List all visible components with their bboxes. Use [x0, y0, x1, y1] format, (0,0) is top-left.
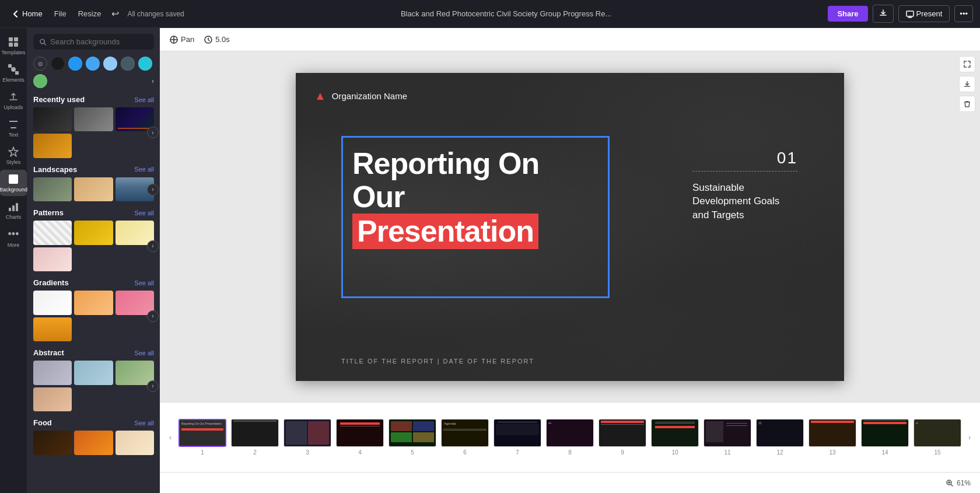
filmstrip-slide-2[interactable]: 2	[231, 419, 279, 456]
food-section: Food See all	[33, 418, 154, 454]
swatch-green[interactable]	[33, 74, 47, 88]
present-icon	[906, 10, 914, 18]
recent-thumb-2[interactable]	[74, 107, 113, 131]
swatch-lightblue[interactable]	[86, 57, 100, 71]
abstract-see-all[interactable]: See all	[134, 349, 154, 356]
color-picker-swatch[interactable]: ⊙	[33, 57, 47, 71]
filmstrip-slide-7[interactable]: 7	[494, 419, 541, 456]
pan-tool[interactable]: Pan	[169, 35, 194, 44]
sidebar-item-text[interactable]: Text	[0, 115, 27, 141]
filmstrip-slide-5[interactable]: 5	[388, 419, 436, 456]
swatch-black[interactable]	[51, 57, 65, 71]
abstract-thumb-4[interactable]	[33, 387, 72, 411]
elements-icon	[8, 64, 19, 75]
delete-button[interactable]	[959, 96, 975, 112]
more-options-button[interactable]: •••	[954, 5, 973, 22]
templates-icon	[8, 36, 19, 48]
recent-thumb-arrow[interactable]: ›	[147, 127, 159, 138]
filmstrip-scroll-right[interactable]: ›	[966, 433, 973, 442]
filmstrip-slide-13[interactable]: 13	[808, 419, 856, 456]
undo-button[interactable]: ↩	[108, 6, 123, 22]
slide-number: 01	[777, 149, 797, 167]
landscapes-see-all[interactable]: See all	[134, 166, 154, 173]
food-thumb-1[interactable]	[33, 431, 72, 454]
pattern-thumb-1[interactable]	[33, 221, 72, 244]
landscape-thumb-2[interactable]	[74, 177, 113, 201]
swatch-darkgray[interactable]	[121, 57, 135, 71]
filmstrip-img-7	[494, 419, 541, 447]
recently-used-see-all[interactable]: See all	[134, 96, 154, 103]
filmstrip-slide-1[interactable]: Reporting On Our Presentation 1	[178, 419, 226, 456]
filmstrip-slide-6[interactable]: Agenda 6	[441, 419, 489, 456]
filmstrip-slide-9[interactable]: 9	[598, 419, 646, 456]
recent-thumb-1[interactable]	[33, 107, 72, 131]
org-name-text: Organization Name	[332, 91, 407, 101]
gradient-thumb-2[interactable]	[74, 291, 113, 314]
patterns-see-all[interactable]: See all	[134, 209, 154, 216]
swatch-paleblue[interactable]	[103, 57, 117, 71]
patterns-arrow[interactable]: ›	[147, 240, 159, 252]
color-swatches-row: ⊙ ›	[33, 57, 154, 88]
expand-button[interactable]	[959, 56, 975, 72]
landscape-thumb-1[interactable]	[33, 177, 72, 201]
filmstrip-slide-15[interactable]: •• 15	[914, 419, 961, 456]
sidebar-item-background[interactable]: Background	[0, 170, 27, 196]
slide-line3: Presentation	[357, 214, 534, 248]
gradient-thumb-1[interactable]	[33, 291, 72, 314]
sidebar-item-templates[interactable]: Templates	[0, 33, 27, 59]
share-button[interactable]: Share	[828, 6, 867, 22]
filmstrip-slide-11[interactable]: 11	[704, 419, 751, 456]
duration-control[interactable]: 5.0s	[204, 35, 230, 44]
gradient-thumb-3[interactable]	[116, 291, 154, 314]
filmstrip-scroll-left[interactable]: ‹	[167, 433, 174, 442]
slide-line1: Reporting On	[352, 147, 598, 180]
recent-thumb-4[interactable]	[33, 134, 72, 158]
food-see-all[interactable]: See all	[134, 419, 154, 426]
filmstrip-img-8: •••	[546, 419, 594, 447]
present-button[interactable]: Present	[898, 5, 950, 22]
sidebar-item-charts[interactable]: Charts	[0, 197, 27, 223]
slide-main-textbox[interactable]: Reporting On Our Presentation	[341, 136, 610, 298]
abstract-arrow[interactable]: ›	[147, 380, 159, 392]
home-button[interactable]: Home	[7, 7, 47, 20]
filmstrip-img-14	[861, 419, 909, 447]
swatch-cyan[interactable]	[138, 57, 152, 71]
sidebar-item-elements[interactable]: Elements	[0, 60, 27, 86]
swatch-blue[interactable]	[68, 57, 82, 71]
swatches-arrow[interactable]: ›	[152, 77, 154, 85]
recent-thumb-3[interactable]	[116, 107, 154, 131]
gradient-thumb-4[interactable]	[33, 317, 72, 341]
filmstrip-slide-14[interactable]: 14	[861, 419, 909, 456]
download-icon	[879, 9, 887, 17]
resize-button[interactable]: Resize	[74, 7, 106, 20]
recently-used-section: Recently used See all ›	[33, 95, 154, 158]
abstract-thumb-1[interactable]	[33, 361, 72, 384]
abstract-thumb-3[interactable]	[116, 361, 154, 384]
landscapes-arrow[interactable]: ›	[147, 184, 159, 195]
download-button[interactable]	[873, 5, 894, 23]
filmstrip-slide-4[interactable]: 4	[336, 419, 384, 456]
download-canvas-button[interactable]	[959, 76, 975, 92]
gradients-arrow[interactable]: ›	[147, 310, 159, 322]
filmstrip-slide-12[interactable]: 12 12	[756, 419, 804, 456]
slide-canvas[interactable]: ▲ Organization Name Reporting On Our Pre…	[296, 73, 844, 381]
sidebar-item-uploads[interactable]: Uploads	[0, 88, 27, 114]
sidebar-item-more[interactable]: ••• More	[0, 225, 27, 251]
gradients-see-all[interactable]: See all	[134, 279, 154, 286]
filmstrip-num-10: 10	[671, 449, 678, 456]
filmstrip-slide-8[interactable]: ••• 8	[546, 419, 594, 456]
pattern-thumb-2[interactable]	[74, 221, 113, 244]
pattern-thumb-4[interactable]	[33, 247, 72, 271]
file-button[interactable]: File	[50, 7, 71, 20]
filmstrip-num-7: 7	[516, 449, 519, 456]
trash-icon	[964, 100, 971, 107]
abstract-thumb-2[interactable]	[74, 361, 113, 384]
food-thumb-3[interactable]	[116, 431, 154, 454]
food-thumb-2[interactable]	[74, 431, 113, 454]
filmstrip-slide-3[interactable]: 3	[284, 419, 331, 456]
pattern-thumb-3[interactable]	[116, 221, 154, 244]
zoom-control[interactable]: 61%	[946, 479, 971, 487]
search-input[interactable]	[50, 37, 148, 46]
sidebar-item-styles[interactable]: Styles	[0, 142, 27, 169]
filmstrip-slide-10[interactable]: 10	[651, 419, 699, 456]
